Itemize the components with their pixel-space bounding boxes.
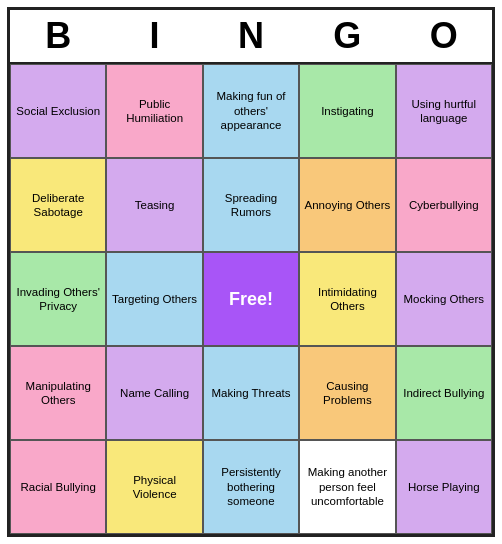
bingo-cell-24: Horse Playing	[396, 440, 492, 534]
bingo-cell-10: Invading Others' Privacy	[10, 252, 106, 346]
bingo-cell-11: Targeting Others	[106, 252, 202, 346]
bingo-card: BINGO Social ExclusionPublic Humiliation…	[7, 7, 495, 537]
bingo-cell-2: Making fun of others' appearance	[203, 64, 299, 158]
header-letter-g: G	[303, 15, 391, 57]
bingo-cell-22: Persistently bothering someone	[203, 440, 299, 534]
bingo-cell-7: Spreading Rumors	[203, 158, 299, 252]
bingo-cell-14: Mocking Others	[396, 252, 492, 346]
header-letter-i: I	[111, 15, 199, 57]
bingo-cell-16: Name Calling	[106, 346, 202, 440]
bingo-header: BINGO	[10, 10, 492, 62]
header-letter-b: B	[14, 15, 102, 57]
bingo-cell-1: Public Humiliation	[106, 64, 202, 158]
header-letter-n: N	[207, 15, 295, 57]
bingo-cell-15: Manipulating Others	[10, 346, 106, 440]
bingo-cell-17: Making Threats	[203, 346, 299, 440]
bingo-cell-9: Cyberbullying	[396, 158, 492, 252]
bingo-cell-4: Using hurtful language	[396, 64, 492, 158]
bingo-cell-12: Free!	[203, 252, 299, 346]
bingo-cell-3: Instigating	[299, 64, 395, 158]
bingo-cell-0: Social Exclusion	[10, 64, 106, 158]
bingo-cell-6: Teasing	[106, 158, 202, 252]
bingo-cell-23: Making another person feel uncomfortable	[299, 440, 395, 534]
bingo-grid: Social ExclusionPublic HumiliationMaking…	[10, 62, 492, 534]
bingo-cell-19: Indirect Bullying	[396, 346, 492, 440]
bingo-cell-13: Intimidating Others	[299, 252, 395, 346]
bingo-cell-21: Physical Violence	[106, 440, 202, 534]
header-letter-o: O	[400, 15, 488, 57]
bingo-cell-5: Deliberate Sabotage	[10, 158, 106, 252]
bingo-cell-20: Racial Bullying	[10, 440, 106, 534]
bingo-cell-18: Causing Problems	[299, 346, 395, 440]
bingo-cell-8: Annoying Others	[299, 158, 395, 252]
